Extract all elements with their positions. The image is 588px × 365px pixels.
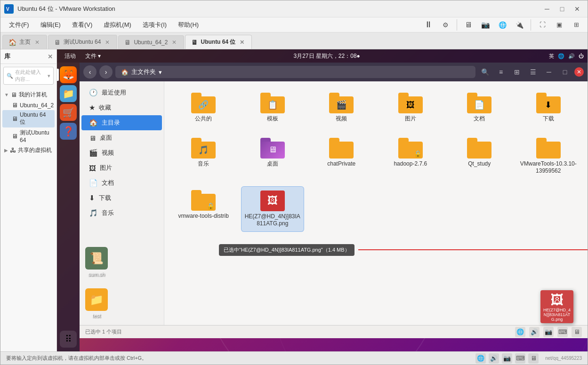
desktop-files-area: 📜 sum.sh 📁 test <box>85 247 108 318</box>
sidebar-home[interactable]: 🏠 主目录 <box>81 115 162 130</box>
file-menu-button[interactable]: 文件 ▾ <box>81 52 105 60</box>
dock-help[interactable]: ❓ <box>60 123 77 140</box>
console-button[interactable]: ▣ <box>552 17 567 32</box>
maximize-button[interactable]: □ <box>556 2 569 16</box>
location-dropdown[interactable]: ▾ <box>159 69 162 76</box>
tree-test-ubuntu[interactable]: 🖥 测试Ubuntu 64 <box>2 127 55 145</box>
tree-shared-vms[interactable]: ▶ 🖧 共享的虚拟机 <box>2 145 55 156</box>
activities-button[interactable]: 活动 <box>61 52 80 60</box>
monitor-button[interactable]: 🖥 <box>461 17 476 32</box>
close-button[interactable]: ✕ <box>571 2 584 16</box>
tree-ubuntu-2[interactable]: 🖥 Ubuntu_64_2 <box>2 100 55 110</box>
sidebar-videos[interactable]: 🎬 视频 <box>81 145 162 160</box>
home-tab-icon: 🏠 <box>8 39 16 46</box>
tab-test-ubuntu-close[interactable]: ✕ <box>104 39 111 46</box>
power-indicator[interactable]: ⏻ <box>579 53 584 59</box>
folder-vmwaretoolsdistrib[interactable]: 🔒 vmware-tools-distrib <box>172 186 235 232</box>
sidebar-downloads[interactable]: ⬇ 下载 <box>81 190 162 206</box>
sidebar-favorites[interactable]: ★ 收藏 <box>81 100 162 115</box>
pause-button[interactable]: ⏸ <box>421 17 436 32</box>
sidebar-documents[interactable]: 📄 文档 <box>81 175 162 190</box>
volume-indicator[interactable]: 🔊 <box>568 53 575 59</box>
minimize-button[interactable]: ─ <box>540 2 554 16</box>
folder-chatprivate[interactable]: chatPrivate <box>310 134 373 179</box>
file-image-selected[interactable]: 🖼 HE(Z7@HD_4N}]83IA811ATG.png <box>241 186 305 232</box>
music-label: 音乐 <box>102 209 114 217</box>
fm-maximize-btn[interactable]: □ <box>558 65 572 79</box>
dock-firefox[interactable]: 🦊 <box>60 66 77 83</box>
library-search[interactable]: 🔍 在此处键入内容... ▾ <box>3 67 54 85</box>
folder-yinyue[interactable]: 🎵 音乐 <box>172 134 235 179</box>
desktop-file-sumsh[interactable]: 📜 sum.sh <box>85 247 108 277</box>
sidebar-desktop[interactable]: 🖥 桌面 <box>81 130 162 145</box>
folder-gonggong[interactable]: 🔗 公共的 <box>172 89 235 127</box>
tab-ubuntu-2[interactable]: 🖥 Ubuntu_64_2 ✕ <box>118 35 184 49</box>
window-title: Ubuntu 64 位 - VMware Workstation <box>17 5 540 13</box>
folder-icon-zhuomian: 🖥 <box>260 138 285 159</box>
test-folder-icon: 📁 <box>85 288 108 311</box>
fm-search-btn[interactable]: 🔍 <box>478 65 491 79</box>
fm-menu-btn[interactable]: ☰ <box>526 65 540 79</box>
search-dropdown[interactable]: ▾ <box>48 73 50 79</box>
tree-ubuntu-active[interactable]: 🖥 Ubuntu 64 位 <box>2 110 55 127</box>
ubuntu-desktop[interactable]: 活动 文件 ▾ 3月27日 星期六，22：08● 英 🌐 🔊 ⏻ <box>57 49 588 351</box>
sumsh-name: sum.sh <box>88 271 105 277</box>
tab-ubuntu-active[interactable]: 🖥 Ubuntu 64 位 ✕ <box>185 35 252 49</box>
tab-home[interactable]: 🏠 主页 ✕ <box>2 35 47 49</box>
folder-wendang[interactable]: 📄 文档 <box>448 89 511 127</box>
tab-home-close[interactable]: ✕ <box>33 39 41 46</box>
fm-forward-btn[interactable]: › <box>99 65 113 79</box>
folder-tupian[interactable]: 🖼 图片 <box>379 89 443 127</box>
fm-grid-row1: 🔗 公共的 📋 模板 <box>172 89 580 127</box>
menu-edit[interactable]: 编辑(E) <box>36 19 65 31</box>
folder-shipin[interactable]: 🎬 视频 <box>310 89 373 127</box>
fm-grid-row3: 🔒 vmware-tools-distrib 🖼 <box>172 186 580 232</box>
menu-view[interactable]: 查看(V) <box>67 19 97 31</box>
folder-name-wendang: 文档 <box>474 115 485 123</box>
menu-vm[interactable]: 虚拟机(M) <box>99 19 136 31</box>
menu-help[interactable]: 帮助(H) <box>173 19 203 31</box>
folder-xiazai[interactable]: ⬇ 下载 <box>517 89 580 127</box>
fit-button[interactable]: ⊞ <box>569 17 584 32</box>
sidebar-recent[interactable]: 🕐 最近使用 <box>81 85 162 100</box>
fm-back-btn[interactable]: ‹ <box>83 65 97 79</box>
window-controls: ─ □ ✕ <box>540 2 584 16</box>
menu-tab[interactable]: 选项卡(I) <box>138 19 171 31</box>
tree-test-ubuntu-label: 测试Ubuntu 64 <box>20 129 53 143</box>
dock-software[interactable]: 🛒 <box>60 104 77 121</box>
menu-file[interactable]: 文件(F) <box>4 19 34 31</box>
svg-text:V: V <box>6 7 9 12</box>
folder-icon-hadoop: 🔒 <box>398 138 423 159</box>
folder-vmwaretools[interactable]: VMwareTools-10.3.10-13959562 <box>517 134 580 179</box>
fm-location-bar[interactable]: 🏠 主文件夹 ▾ <box>115 66 475 78</box>
lang-indicator[interactable]: 英 <box>549 53 554 60</box>
folder-muban[interactable]: 📋 模板 <box>241 89 305 127</box>
fm-grid-view-btn[interactable]: ⊞ <box>510 65 524 79</box>
snapshot-button[interactable]: 📷 <box>478 17 493 32</box>
dock-apps-grid[interactable]: ⠿ <box>60 331 77 348</box>
fm-list-view-btn[interactable]: ≡ <box>494 65 507 79</box>
sidebar-pictures[interactable]: 🖼 图片 <box>81 160 162 175</box>
fullscreen-button[interactable]: ⛶ <box>535 17 550 32</box>
qq-watermark: net/qq_44595223 <box>545 356 582 361</box>
folder-hadoop[interactable]: 🔒 hadoop-2.7.6 <box>379 134 443 179</box>
settings-button[interactable]: ⚙ <box>438 17 453 32</box>
network-indicator[interactable]: 🌐 <box>558 53 564 59</box>
tab-test-ubuntu[interactable]: 🖥 测试Ubuntu 64 ✕ <box>48 35 117 49</box>
pictures-label: 图片 <box>100 164 112 172</box>
folder-qtstudy[interactable]: Qt_study <box>448 134 511 179</box>
desktop-file-test[interactable]: 📁 test <box>85 288 108 318</box>
network-button[interactable]: 🌐 <box>495 17 510 32</box>
dock-files[interactable]: 📁 <box>60 85 77 102</box>
panel-left: 活动 文件 ▾ <box>61 52 105 60</box>
library-close[interactable]: ✕ <box>48 53 53 60</box>
ubuntu-active-icon: 🖥 <box>191 39 198 46</box>
tree-my-computer[interactable]: ▼ 🖥 我的计算机 <box>2 89 55 100</box>
fm-minimize-btn[interactable]: ─ <box>542 65 556 79</box>
tab-ubuntu-active-close[interactable]: ✕ <box>238 39 246 46</box>
usb-button[interactable]: 🔌 <box>512 17 527 32</box>
folder-zhuomian[interactable]: 🖥 桌面 <box>241 134 305 179</box>
tab-ubuntu-2-close[interactable]: ✕ <box>170 39 178 46</box>
fm-close-btn[interactable]: ✕ <box>574 67 584 77</box>
sidebar-music[interactable]: 🎵 音乐 <box>81 206 162 221</box>
